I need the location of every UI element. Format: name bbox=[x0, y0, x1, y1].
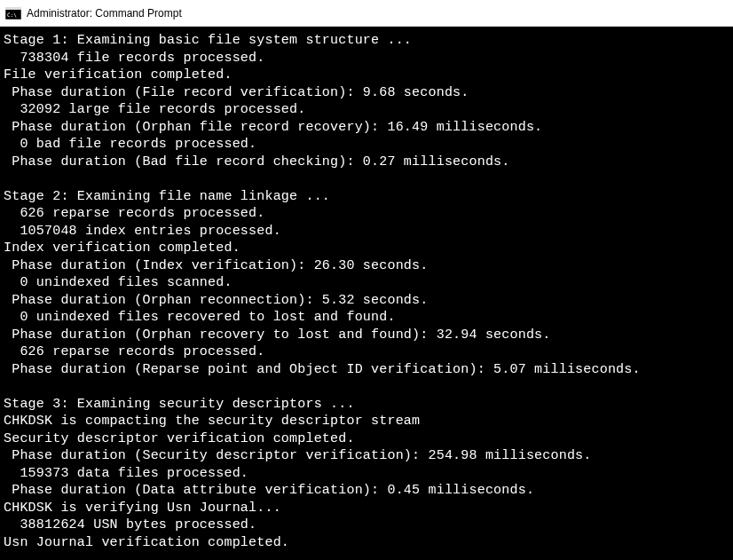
output-line: 159373 data files processed. bbox=[4, 465, 729, 483]
output-line: 38812624 USN bytes processed. bbox=[4, 517, 729, 534]
output-line: 1057048 index entries processed. bbox=[4, 223, 729, 241]
output-line: 0 unindexed files scanned. bbox=[4, 274, 729, 292]
output-line: 738304 file records processed. bbox=[4, 50, 729, 67]
output-line: Phase duration (Orphan file record recov… bbox=[4, 119, 729, 137]
title-bar: C:\ Administrator: Command Prompt bbox=[0, 0, 733, 27]
output-line: Phase duration (Security descriptor veri… bbox=[4, 447, 729, 465]
output-line: 0 bad file records processed. bbox=[4, 136, 729, 154]
terminal-output[interactable]: Stage 1: Examining basic file system str… bbox=[0, 27, 733, 560]
output-line: Phase duration (Data attribute verificat… bbox=[4, 482, 729, 500]
svg-text:C:\: C:\ bbox=[7, 12, 17, 18]
output-line bbox=[4, 170, 729, 188]
output-line: Phase duration (Orphan recovery to lost … bbox=[4, 327, 729, 344]
output-line: 626 reparse records processed. bbox=[4, 343, 729, 361]
output-line: 32092 large file records processed. bbox=[4, 101, 729, 119]
window-title: Administrator: Command Prompt bbox=[27, 7, 182, 20]
output-line: Stage 1: Examining basic file system str… bbox=[4, 32, 729, 50]
output-line: Index verification completed. bbox=[4, 240, 729, 257]
output-line: Stage 3: Examining security descriptors … bbox=[4, 396, 729, 414]
output-line: CHKDSK is verifying Usn Journal... bbox=[4, 500, 729, 517]
cmd-icon: C:\ bbox=[5, 6, 21, 20]
output-line: CHKDSK is compacting the security descri… bbox=[4, 413, 729, 430]
output-line: Phase duration (File record verification… bbox=[4, 84, 729, 102]
output-line: Phase duration (Orphan reconnection): 5.… bbox=[4, 292, 729, 310]
output-line: Security descriptor verification complet… bbox=[4, 430, 729, 448]
output-line: 626 reparse records processed. bbox=[4, 205, 729, 223]
svg-rect-1 bbox=[5, 7, 21, 10]
output-line: File verification completed. bbox=[4, 67, 729, 84]
output-line: Phase duration (Bad file record checking… bbox=[4, 154, 729, 171]
output-line: 0 unindexed files recovered to lost and … bbox=[4, 309, 729, 327]
output-line: Stage 2: Examining file name linkage ... bbox=[4, 188, 729, 206]
output-line: Phase duration (Index verification): 26.… bbox=[4, 257, 729, 275]
output-line: Phase duration (Reparse point and Object… bbox=[4, 361, 729, 379]
output-line bbox=[4, 378, 729, 396]
output-line: Usn Journal verification completed. bbox=[4, 534, 729, 552]
